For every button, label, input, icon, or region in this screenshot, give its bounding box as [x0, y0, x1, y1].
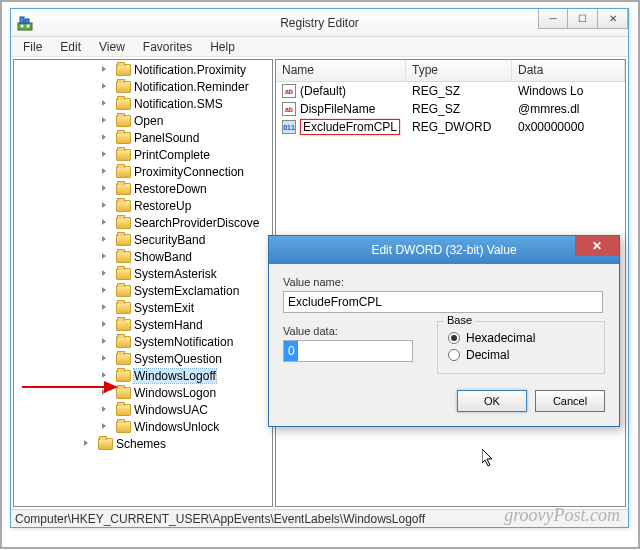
tree-item-label: SystemHand: [134, 318, 203, 332]
dialog-titlebar[interactable]: Edit DWORD (32-bit) Value ✕: [269, 236, 619, 264]
tree-item-label: Notification.Proximity: [134, 63, 246, 77]
expander-icon[interactable]: [102, 100, 106, 106]
ok-button[interactable]: OK: [457, 390, 527, 412]
expander-icon[interactable]: [102, 66, 106, 72]
tree-item[interactable]: ProximityConnection: [14, 163, 272, 180]
tree-item[interactable]: RestoreUp: [14, 197, 272, 214]
tree-item[interactable]: SystemQuestion: [14, 350, 272, 367]
expander-icon[interactable]: [102, 236, 106, 242]
tree-item[interactable]: WindowsLogoff: [14, 367, 272, 384]
expander-icon[interactable]: [84, 440, 88, 446]
menu-edit[interactable]: Edit: [52, 38, 89, 56]
radio-dec[interactable]: Decimal: [448, 348, 594, 362]
edit-dword-dialog[interactable]: Edit DWORD (32-bit) Value ✕ Value name: …: [268, 235, 620, 427]
expander-icon[interactable]: [102, 151, 106, 157]
radio-hex-dot[interactable]: [448, 332, 460, 344]
tree-item[interactable]: SearchProviderDiscove: [14, 214, 272, 231]
menu-favorites[interactable]: Favorites: [135, 38, 200, 56]
tree-item[interactable]: SystemNotification: [14, 333, 272, 350]
tree-item[interactable]: WindowsUAC: [14, 401, 272, 418]
tree-item[interactable]: ShowBand: [14, 248, 272, 265]
menu-file[interactable]: File: [15, 38, 50, 56]
value-name: ExcludeFromCPL: [300, 119, 400, 135]
folder-icon: [116, 81, 131, 93]
col-type[interactable]: Type: [406, 60, 512, 81]
expander-icon[interactable]: [102, 372, 106, 378]
radio-hex[interactable]: Hexadecimal: [448, 331, 594, 345]
expander-icon[interactable]: [102, 406, 106, 412]
expander-icon[interactable]: [102, 287, 106, 293]
folder-icon: [98, 438, 113, 450]
regedit-icon: [17, 15, 33, 31]
expander-icon[interactable]: [102, 83, 106, 89]
folder-icon: [116, 183, 131, 195]
value-data: Windows Lo: [512, 84, 625, 98]
expander-icon[interactable]: [102, 423, 106, 429]
expander-icon[interactable]: [102, 304, 106, 310]
close-button[interactable]: ✕: [598, 9, 628, 29]
expander-icon[interactable]: [102, 270, 106, 276]
minimize-button[interactable]: ─: [538, 9, 568, 29]
expander-icon[interactable]: [102, 117, 106, 123]
tree-item[interactable]: SystemHand: [14, 316, 272, 333]
value-name: DispFileName: [300, 102, 375, 116]
tree-item-label: SystemExit: [134, 301, 194, 315]
tree-item[interactable]: SystemAsterisk: [14, 265, 272, 282]
tree-item[interactable]: RestoreDown: [14, 180, 272, 197]
list-row[interactable]: 011ExcludeFromCPLREG_DWORD0x00000000: [276, 118, 625, 136]
expander-icon[interactable]: [102, 389, 106, 395]
folder-icon: [116, 353, 131, 365]
tree-item[interactable]: Notification.Proximity: [14, 61, 272, 78]
folder-icon: [116, 234, 131, 246]
folder-icon: [116, 149, 131, 161]
tree-item-label: WindowsLogoff: [134, 369, 216, 383]
tree-item-label: SystemNotification: [134, 335, 233, 349]
dialog-close-button[interactable]: ✕: [575, 236, 619, 256]
expander-icon[interactable]: [102, 185, 106, 191]
maximize-button[interactable]: ☐: [568, 9, 598, 29]
tree-item[interactable]: Notification.SMS: [14, 95, 272, 112]
tree-item-label: RestoreUp: [134, 199, 191, 213]
menu-help[interactable]: Help: [202, 38, 243, 56]
tree-item[interactable]: WindowsUnlock: [14, 418, 272, 435]
tree-item[interactable]: SecurityBand: [14, 231, 272, 248]
expander-icon[interactable]: [102, 253, 106, 259]
folder-icon: [116, 64, 131, 76]
folder-icon: [116, 319, 131, 331]
tree-item[interactable]: WindowsLogon: [14, 384, 272, 401]
value-name: (Default): [300, 84, 346, 98]
tree-item[interactable]: Notification.Reminder: [14, 78, 272, 95]
expander-icon[interactable]: [102, 219, 106, 225]
list-row[interactable]: ab(Default)REG_SZWindows Lo: [276, 82, 625, 100]
radio-dec-dot[interactable]: [448, 349, 460, 361]
svg-point-3: [21, 24, 24, 27]
value-type: REG_DWORD: [406, 120, 512, 134]
titlebar[interactable]: Registry Editor ─ ☐ ✕: [11, 9, 628, 37]
tree-item[interactable]: Schemes: [14, 435, 272, 452]
tree-item[interactable]: PrintComplete: [14, 146, 272, 163]
tree-item[interactable]: SystemExclamation: [14, 282, 272, 299]
expander-icon[interactable]: [102, 338, 106, 344]
tree-item-label: SystemAsterisk: [134, 267, 217, 281]
value-name-input[interactable]: [283, 291, 603, 313]
col-data[interactable]: Data: [512, 60, 625, 81]
folder-icon: [116, 132, 131, 144]
folder-icon: [116, 302, 131, 314]
expander-icon[interactable]: [102, 168, 106, 174]
value-data-input[interactable]: [283, 340, 413, 362]
expander-icon[interactable]: [102, 202, 106, 208]
col-name[interactable]: Name: [276, 60, 406, 81]
expander-icon[interactable]: [102, 355, 106, 361]
tree-item-label: WindowsLogon: [134, 386, 216, 400]
list-row[interactable]: abDispFileNameREG_SZ@mmres.dl: [276, 100, 625, 118]
tree-item[interactable]: PanelSound: [14, 129, 272, 146]
expander-icon[interactable]: [102, 134, 106, 140]
tree-item[interactable]: Open: [14, 112, 272, 129]
svg-rect-0: [18, 23, 32, 30]
tree-item[interactable]: SystemExit: [14, 299, 272, 316]
menu-view[interactable]: View: [91, 38, 133, 56]
tree-pane[interactable]: Notification.ProximityNotification.Remin…: [13, 59, 273, 507]
folder-icon: [116, 404, 131, 416]
cancel-button[interactable]: Cancel: [535, 390, 605, 412]
expander-icon[interactable]: [102, 321, 106, 327]
